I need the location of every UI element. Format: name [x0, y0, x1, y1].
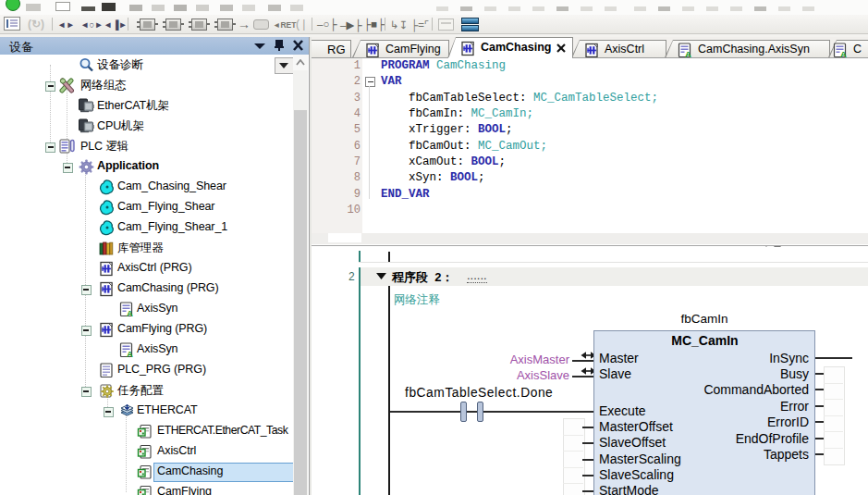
svg-text:A: A — [127, 308, 133, 317]
svg-text:A: A — [840, 49, 847, 58]
svg-text:A: A — [127, 349, 133, 358]
svg-text:A: A — [685, 49, 691, 58]
